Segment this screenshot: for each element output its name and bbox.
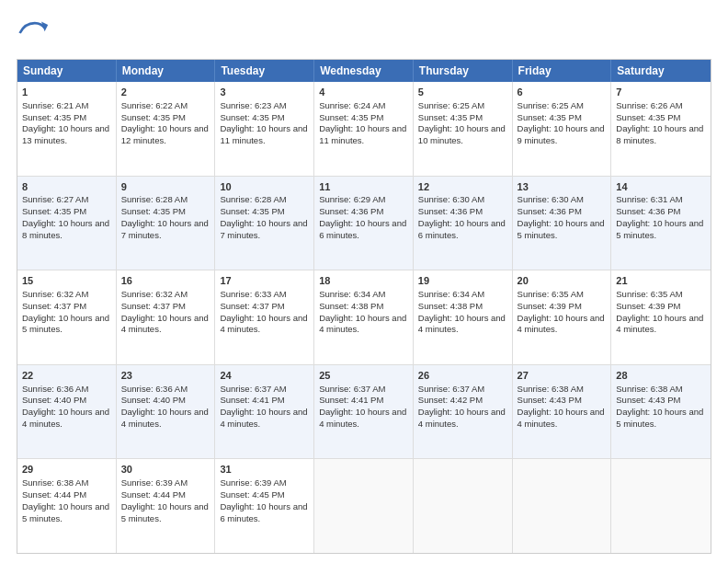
day-number: 11 xyxy=(319,180,408,194)
day-number: 1 xyxy=(22,86,111,99)
sunset: Sunset: 4:36 PM xyxy=(518,206,582,216)
calendar-cell: 17 Sunrise: 6:33 AM Sunset: 4:37 PM Dayl… xyxy=(215,270,314,364)
day-number: 25 xyxy=(319,369,408,383)
sunset: Sunset: 4:36 PM xyxy=(616,206,680,216)
day-number: 2 xyxy=(121,86,210,99)
calendar-cell: 5 Sunrise: 6:25 AM Sunset: 4:35 PM Dayli… xyxy=(414,82,513,176)
daylight: Daylight: 10 hours and 11 minutes. xyxy=(220,123,307,145)
sunset: Sunset: 4:45 PM xyxy=(220,489,284,500)
day-number: 18 xyxy=(319,274,408,288)
sunrise: Sunrise: 6:38 AM xyxy=(518,384,584,394)
sunset: Sunset: 4:35 PM xyxy=(22,206,86,216)
sunrise: Sunrise: 6:34 AM xyxy=(319,289,385,299)
sunrise: Sunrise: 6:29 AM xyxy=(319,194,385,204)
calendar-cell: 18 Sunrise: 6:34 AM Sunset: 4:38 PM Dayl… xyxy=(314,270,414,364)
calendar-cell: 3 Sunrise: 6:23 AM Sunset: 4:35 PM Dayli… xyxy=(215,82,314,176)
sunset: Sunset: 4:36 PM xyxy=(418,206,483,216)
calendar-cell: 11 Sunrise: 6:29 AM Sunset: 4:36 PM Dayl… xyxy=(314,177,414,270)
calendar-cell: 8 Sunrise: 6:27 AM Sunset: 4:35 PM Dayli… xyxy=(17,177,117,270)
calendar-cell: 19 Sunrise: 6:34 AM Sunset: 4:38 PM Dayl… xyxy=(414,270,513,364)
sunset: Sunset: 4:35 PM xyxy=(616,112,680,122)
calendar-body: 1 Sunrise: 6:21 AM Sunset: 4:35 PM Dayli… xyxy=(17,82,711,553)
sunrise: Sunrise: 6:39 AM xyxy=(121,477,188,488)
page: SundayMondayTuesdayWednesdayThursdayFrid… xyxy=(0,0,728,563)
sunset: Sunset: 4:37 PM xyxy=(220,301,284,311)
sunset: Sunset: 4:40 PM xyxy=(22,395,86,405)
sunrise: Sunrise: 6:22 AM xyxy=(121,100,188,110)
sunrise: Sunrise: 6:37 AM xyxy=(220,384,286,394)
sunrise: Sunrise: 6:32 AM xyxy=(22,289,88,299)
sunset: Sunset: 4:35 PM xyxy=(220,112,284,122)
sunset: Sunset: 4:39 PM xyxy=(518,301,582,311)
calendar-cell xyxy=(414,459,513,553)
sunrise: Sunrise: 6:26 AM xyxy=(616,100,682,110)
day-number: 7 xyxy=(616,86,706,99)
daylight: Daylight: 10 hours and 5 minutes. xyxy=(121,501,209,523)
daylight: Daylight: 10 hours and 6 minutes. xyxy=(220,501,307,523)
sunrise: Sunrise: 6:28 AM xyxy=(220,194,286,204)
day-number: 21 xyxy=(616,274,706,288)
calendar-cell: 30 Sunrise: 6:39 AM Sunset: 4:44 PM Dayl… xyxy=(117,459,216,553)
weekday-header: Wednesday xyxy=(314,60,414,82)
day-number: 30 xyxy=(121,463,210,477)
sunrise: Sunrise: 6:30 AM xyxy=(518,194,584,204)
daylight: Daylight: 10 hours and 9 minutes. xyxy=(518,123,605,145)
day-number: 31 xyxy=(220,463,309,477)
daylight: Daylight: 10 hours and 4 minutes. xyxy=(319,313,406,335)
sunset: Sunset: 4:38 PM xyxy=(418,301,483,311)
day-number: 24 xyxy=(220,369,309,383)
day-number: 23 xyxy=(121,369,210,383)
sunset: Sunset: 4:43 PM xyxy=(616,395,680,405)
sunset: Sunset: 4:41 PM xyxy=(319,395,383,405)
weekday-header: Thursday xyxy=(414,60,513,82)
sunset: Sunset: 4:35 PM xyxy=(418,112,483,122)
calendar-cell: 10 Sunrise: 6:28 AM Sunset: 4:35 PM Dayl… xyxy=(215,177,314,270)
calendar-cell xyxy=(314,459,414,553)
weekday-header: Monday xyxy=(117,60,216,82)
daylight: Daylight: 10 hours and 7 minutes. xyxy=(220,218,307,240)
sunrise: Sunrise: 6:31 AM xyxy=(616,194,682,204)
calendar-cell: 24 Sunrise: 6:37 AM Sunset: 4:41 PM Dayl… xyxy=(215,365,314,459)
sunset: Sunset: 4:35 PM xyxy=(22,112,86,122)
daylight: Daylight: 10 hours and 12 minutes. xyxy=(121,123,209,145)
daylight: Daylight: 10 hours and 8 minutes. xyxy=(22,218,109,240)
sunrise: Sunrise: 6:35 AM xyxy=(616,289,682,299)
calendar-cell: 14 Sunrise: 6:31 AM Sunset: 4:36 PM Dayl… xyxy=(611,177,711,270)
day-number: 15 xyxy=(22,274,111,288)
day-number: 13 xyxy=(518,180,607,194)
calendar-cell: 29 Sunrise: 6:38 AM Sunset: 4:44 PM Dayl… xyxy=(17,459,117,553)
daylight: Daylight: 10 hours and 4 minutes. xyxy=(418,407,506,429)
daylight: Daylight: 10 hours and 4 minutes. xyxy=(518,313,605,335)
calendar-cell: 23 Sunrise: 6:36 AM Sunset: 4:40 PM Dayl… xyxy=(117,365,216,459)
daylight: Daylight: 10 hours and 4 minutes. xyxy=(518,407,605,429)
sunset: Sunset: 4:43 PM xyxy=(518,395,582,405)
sunrise: Sunrise: 6:25 AM xyxy=(418,100,484,110)
calendar-cell xyxy=(611,459,711,553)
calendar-cell: 2 Sunrise: 6:22 AM Sunset: 4:35 PM Dayli… xyxy=(117,82,216,176)
weekday-header: Tuesday xyxy=(215,60,314,82)
daylight: Daylight: 10 hours and 4 minutes. xyxy=(22,407,109,429)
calendar-cell: 6 Sunrise: 6:25 AM Sunset: 4:35 PM Dayli… xyxy=(513,82,612,176)
calendar-cell: 16 Sunrise: 6:32 AM Sunset: 4:37 PM Dayl… xyxy=(117,270,216,364)
daylight: Daylight: 10 hours and 8 minutes. xyxy=(616,123,703,145)
sunrise: Sunrise: 6:28 AM xyxy=(121,194,188,204)
header xyxy=(17,17,711,50)
calendar-cell: 12 Sunrise: 6:30 AM Sunset: 4:36 PM Dayl… xyxy=(414,177,513,270)
sunset: Sunset: 4:38 PM xyxy=(319,301,383,311)
day-number: 17 xyxy=(220,274,309,288)
calendar-row: 15 Sunrise: 6:32 AM Sunset: 4:37 PM Dayl… xyxy=(17,270,711,364)
day-number: 6 xyxy=(518,86,607,99)
daylight: Daylight: 10 hours and 6 minutes. xyxy=(418,218,506,240)
daylight: Daylight: 10 hours and 10 minutes. xyxy=(418,123,506,145)
weekday-header: Sunday xyxy=(17,60,117,82)
sunset: Sunset: 4:39 PM xyxy=(616,301,680,311)
daylight: Daylight: 10 hours and 13 minutes. xyxy=(22,123,109,145)
calendar-row: 1 Sunrise: 6:21 AM Sunset: 4:35 PM Dayli… xyxy=(17,82,711,176)
logo xyxy=(17,17,53,50)
calendar-cell: 26 Sunrise: 6:37 AM Sunset: 4:42 PM Dayl… xyxy=(414,365,513,459)
calendar-cell: 22 Sunrise: 6:36 AM Sunset: 4:40 PM Dayl… xyxy=(17,365,117,459)
sunrise: Sunrise: 6:39 AM xyxy=(220,477,286,488)
calendar-cell: 20 Sunrise: 6:35 AM Sunset: 4:39 PM Dayl… xyxy=(513,270,612,364)
calendar: SundayMondayTuesdayWednesdayThursdayFrid… xyxy=(17,59,711,554)
day-number: 5 xyxy=(418,86,507,99)
